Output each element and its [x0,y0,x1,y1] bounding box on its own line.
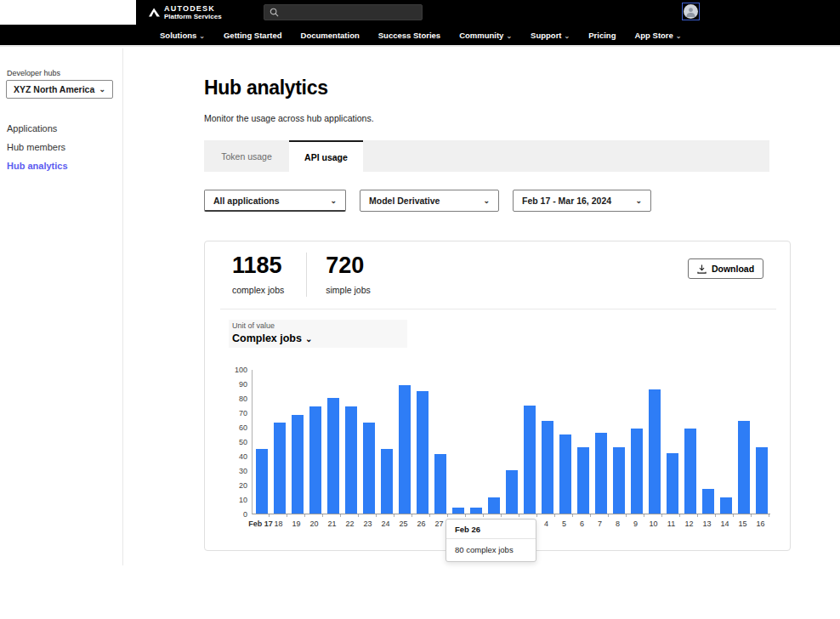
x-label-feb-18: 18 [270,520,287,528]
sidebar-nav: ApplicationsHub membersHub analytics [7,123,68,172]
bar-feb-19[interactable] [292,415,304,514]
x-label-mar-5: 5 [555,520,573,528]
developer-hubs-label: Developer hubs [7,69,60,77]
bar-feb-22[interactable] [345,406,357,514]
x-label-mar-13: 13 [698,520,716,528]
x-tick [609,514,627,517]
bar-mar-7[interactable] [595,433,607,514]
x-label-mar-15: 15 [734,520,752,528]
filter-select-1[interactable]: Model Derivative⌄ [360,190,499,212]
bar-mar-10[interactable] [649,389,661,514]
y-tick-50: 50 [205,438,247,446]
chevron-down-icon: ⌄ [199,32,205,40]
x-label-feb-19: 19 [287,520,305,528]
y-tick-90: 90 [205,380,247,389]
nav-item-getting-started[interactable]: Getting Started [224,31,282,40]
bar-slot [467,369,485,514]
autodesk-logo[interactable]: AUTODESK Platform Services [149,4,222,20]
filter-select-2[interactable]: Feb 17 - Mar 16, 2024⌄ [513,190,651,212]
bar-mar-11[interactable] [667,453,678,514]
x-tick [537,514,555,517]
bar-slot [449,369,467,514]
sidebar-item-hub-analytics[interactable]: Hub analytics [7,161,68,172]
bar-feb-18[interactable] [274,423,286,514]
logo-line1: AUTODESK [164,4,222,13]
bar-slot [592,369,610,514]
chevron-down-icon: ⌄ [305,334,312,344]
x-tick [716,514,734,517]
bar-feb-27[interactable] [434,454,446,514]
hub-select[interactable]: XYZ North America ⌄ [6,80,113,99]
unit-of-value-block: Unit of value Complex jobs⌄ [229,320,407,348]
x-label-feb-25: 25 [394,520,412,528]
nav-item-app-store[interactable]: App Store⌄ [634,31,681,40]
y-tick-30: 30 [205,467,247,475]
bar-slot [556,369,574,514]
nav-item-solutions[interactable]: Solutions⌄ [160,31,205,40]
x-tick [412,514,430,517]
bars [253,369,771,514]
logo-line2: Platform Services [164,13,222,20]
nav-item-support[interactable]: Support⌄ [531,31,570,40]
x-label-mar-16: 16 [752,520,769,528]
x-tick [627,514,644,517]
bar-slot [520,369,538,514]
bar-feb-24[interactable] [381,449,393,514]
bar-mar-4[interactable] [542,421,553,514]
bar-feb-28[interactable] [452,508,464,514]
bar-mar-15[interactable] [738,421,750,514]
x-label-feb-21: 21 [323,520,341,528]
unit-dropdown[interactable]: Complex jobs⌄ [232,332,404,344]
bar-slot [485,369,502,514]
bar-slot [735,369,752,514]
bar-mar-8[interactable] [613,447,625,514]
stat-value: 720 [326,253,371,278]
bar-slot [538,369,556,514]
sidebar-item-applications[interactable]: Applications [7,123,68,134]
bar-mar-9[interactable] [631,429,643,514]
filter-select-0[interactable]: All applications⌄ [204,190,346,212]
bar-mar-16[interactable] [756,447,768,514]
bar-slot [663,369,681,514]
tooltip-date: Feb 26 [446,520,536,539]
x-tick [377,514,394,517]
search-input[interactable] [279,8,406,17]
page: AUTODESK Platform Services Solutions⌄Get… [0,0,840,619]
bar-mar-5[interactable] [559,434,571,514]
nav-item-pricing[interactable]: Pricing [588,31,616,40]
chevron-down-icon: ⌄ [635,196,642,205]
bar-feb-21[interactable] [327,398,339,514]
bar-feb-26[interactable] [417,391,429,514]
autodesk-logo-icon [149,8,160,17]
tab-api-usage[interactable]: API usage [289,140,363,172]
bar-feb-17[interactable] [256,449,268,514]
bar-feb-25[interactable] [399,385,411,514]
y-tick-40: 40 [205,452,247,461]
bar-mar-2[interactable] [506,470,518,514]
bar-mar-6[interactable] [577,447,589,514]
tab-token-usage[interactable]: Token usage [204,140,289,172]
bar-mar-13[interactable] [702,489,714,514]
nav-item-documentation[interactable]: Documentation [301,31,360,40]
user-avatar[interactable] [682,3,700,20]
bar-feb-20[interactable] [309,406,321,514]
bar-mar-1[interactable] [488,497,500,514]
bar-mar-14[interactable] [720,497,732,514]
bar-feb-29[interactable] [470,508,482,514]
bar-slot [431,369,449,514]
bar-feb-23[interactable] [363,423,375,514]
x-label-mar-10: 10 [644,520,662,528]
search-box[interactable] [264,4,423,20]
sidebar-item-hub-members[interactable]: Hub members [7,142,68,153]
bar-slot [377,369,395,514]
tooltip-value: 80 complex jobs [446,539,536,561]
download-button[interactable]: Download [688,258,763,279]
x-label-feb-22: 22 [341,520,359,528]
bar-mar-3[interactable] [524,406,536,514]
x-tick [394,514,412,517]
nav-item-success-stories[interactable]: Success Stories [378,31,440,40]
page-title: Hub analytics [204,77,328,99]
primary-nav: Solutions⌄Getting StartedDocumentationSu… [0,25,840,47]
bar-mar-12[interactable] [684,429,696,514]
nav-item-community[interactable]: Community⌄ [459,31,512,40]
